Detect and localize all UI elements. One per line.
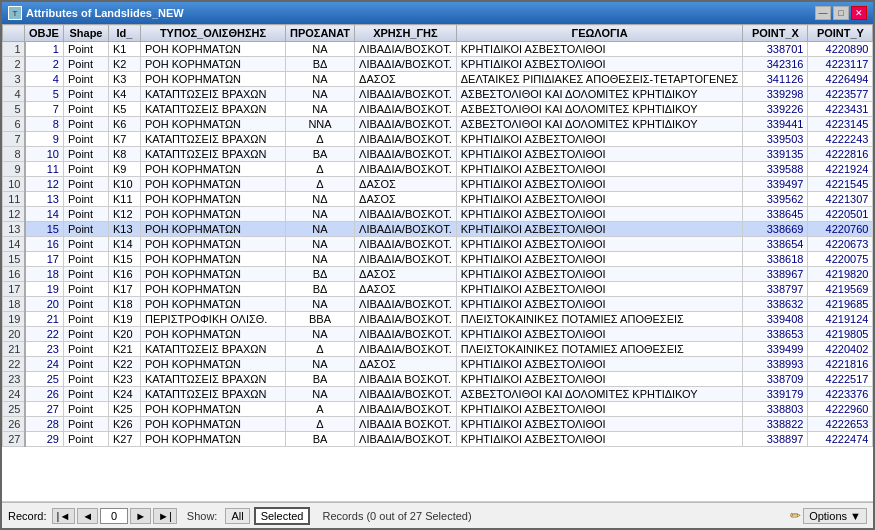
table-cell: ΛΙΒΑΔΙΑ/ΒΟΣΚΟΤ.	[355, 42, 457, 57]
table-cell: Point	[63, 387, 108, 402]
first-record-button[interactable]: |◄	[52, 508, 76, 524]
table-cell: K9	[108, 162, 140, 177]
col-header-prosanatolismos[interactable]: ΠΡΟΣΑΝΑΤ	[285, 25, 354, 42]
last-record-button[interactable]: ►|	[153, 508, 177, 524]
col-header-point-y[interactable]: POINT_Y	[808, 25, 873, 42]
table-row[interactable]: 11PointK1ΡΟΗ ΚΟΡΗΜΑΤΩΝΝΑΛΙΒΑΔΙΑ/ΒΟΣΚΟΤ.Κ…	[3, 42, 873, 57]
table-cell: 2	[25, 57, 64, 72]
col-header-point-x[interactable]: POINT_X	[743, 25, 808, 42]
record-number-input[interactable]	[100, 508, 128, 524]
table-cell: Point	[63, 192, 108, 207]
table-row[interactable]: 1315PointK13ΡΟΗ ΚΟΡΗΜΑΤΩΝΝΑΛΙΒΑΔΙΑ/ΒΟΣΚΟ…	[3, 222, 873, 237]
table-cell: 4221924	[808, 162, 873, 177]
table-row[interactable]: 1113PointK11ΡΟΗ ΚΟΡΗΜΑΤΩΝΝΔΔΑΣΟΣΚΡΗΤΙΔΙΚ…	[3, 192, 873, 207]
minimize-button[interactable]: —	[815, 6, 831, 20]
table-row[interactable]: 68PointK6ΡΟΗ ΚΟΡΗΜΑΤΩΝNNAΛΙΒΑΔΙΑ/ΒΟΣΚΟΤ.…	[3, 117, 873, 132]
table-row[interactable]: 1921PointK19ΠΕΡΙΣΤΡΟΦΙΚΗ ΟΛΙΣΘ.ΒΒΑΛΙΒΑΔΙ…	[3, 312, 873, 327]
table-cell: ΑΣΒΕΣΤΟΛΙΘΟΙ ΚΑΙ ΔΟΛΟΜΙΤΕΣ ΚΡΗΤΙΔΙΚΟΥ	[456, 87, 743, 102]
table-cell: ΡΟΗ ΚΟΡΗΜΑΤΩΝ	[140, 117, 285, 132]
col-header-geologia[interactable]: ΓΕΩΛΟΓΙΑ	[456, 25, 743, 42]
table-row[interactable]: 911PointK9ΡΟΗ ΚΟΡΗΜΑΤΩΝΔΛΙΒΑΔΙΑ/ΒΟΣΚΟΤ.Κ…	[3, 162, 873, 177]
options-button[interactable]: Options ▼	[803, 508, 867, 524]
table-cell: ΒΑ	[285, 372, 354, 387]
table-cell: K19	[108, 312, 140, 327]
maximize-button[interactable]: □	[833, 6, 849, 20]
table-cell: 4220075	[808, 252, 873, 267]
show-all-button[interactable]: All	[225, 508, 249, 524]
table-cell: 1	[25, 42, 64, 57]
table-cell: 28	[25, 417, 64, 432]
table-cell: 8	[3, 147, 25, 162]
table-cell: Point	[63, 372, 108, 387]
table-row[interactable]: 1719PointK17ΡΟΗ ΚΟΡΗΜΑΤΩΝΒΔΔΑΣΟΣΚΡΗΤΙΔΙΚ…	[3, 282, 873, 297]
table-cell: ΡΟΗ ΚΟΡΗΜΑΤΩΝ	[140, 222, 285, 237]
table-row[interactable]: 2022PointK20ΡΟΗ ΚΟΡΗΜΑΤΩΝΝΑΛΙΒΑΔΙΑ/ΒΟΣΚΟ…	[3, 327, 873, 342]
table-cell: 338803	[743, 402, 808, 417]
table-cell: Point	[63, 357, 108, 372]
table-cell: ΛΙΒΑΔΙΑ/ΒΟΣΚΟΤ.	[355, 312, 457, 327]
table-cell: ΛΙΒΑΔΙΑ/ΒΟΣΚΟΤ.	[355, 57, 457, 72]
table-cell: ΒΑ	[285, 147, 354, 162]
table-row[interactable]: 22PointK2ΡΟΗ ΚΟΡΗΜΑΤΩΝΒΔΛΙΒΑΔΙΑ/ΒΟΣΚΟΤ.Κ…	[3, 57, 873, 72]
close-button[interactable]: ✕	[851, 6, 867, 20]
table-cell: ΡΟΗ ΚΟΡΗΜΑΤΩΝ	[140, 417, 285, 432]
show-selected-button[interactable]: Selected	[254, 507, 311, 525]
table-row[interactable]: 2325PointK23ΚΑΤΑΠΤΩΣΕΙΣ ΒΡΑΧΩΝΒΑΛΙΒΑΔΙΑ …	[3, 372, 873, 387]
table-row[interactable]: 1012PointK10ΡΟΗ ΚΟΡΗΜΑΤΩΝΔΔΑΣΟΣΚΡΗΤΙΔΙΚΟ…	[3, 177, 873, 192]
table-cell: 24	[25, 357, 64, 372]
table-cell: K22	[108, 357, 140, 372]
table-cell: Point	[63, 312, 108, 327]
table-cell: ΚΡΗΤΙΔΙΚΟΙ ΑΣΒΕΣΤΟΛΙΘΟΙ	[456, 132, 743, 147]
table-cell: ΑΣΒΕΣΤΟΛΙΘΟΙ ΚΑΙ ΔΟΛΟΜΙΤΕΣ ΚΡΗΤΙΔΙΚΟΥ	[456, 387, 743, 402]
table-cell: 23	[3, 372, 25, 387]
options-dropdown-icon: ▼	[850, 510, 861, 522]
table-cell: ΒΒΑ	[285, 312, 354, 327]
table-cell: ΡΟΗ ΚΟΡΗΜΑΤΩΝ	[140, 432, 285, 447]
record-label: Record:	[8, 510, 47, 522]
col-header-xrisi[interactable]: ΧΡΗΣΗ_ΓΗΣ	[355, 25, 457, 42]
table-row[interactable]: 1618PointK16ΡΟΗ ΚΟΡΗΜΑΤΩΝΒΔΔΑΣΟΣΚΡΗΤΙΔΙΚ…	[3, 267, 873, 282]
table-row[interactable]: 57PointK5ΚΑΤΑΠΤΩΣΕΙΣ ΒΡΑΧΩΝΝΑΛΙΒΑΔΙΑ/ΒΟΣ…	[3, 102, 873, 117]
table-cell: 4221307	[808, 192, 873, 207]
table-cell: Δ	[285, 132, 354, 147]
table-row[interactable]: 2729PointK27ΡΟΗ ΚΟΡΗΜΑΤΩΝΒΑΛΙΒΑΔΙΑ/ΒΟΣΚΟ…	[3, 432, 873, 447]
table-cell: 27	[3, 432, 25, 447]
table-row[interactable]: 34PointK3ΡΟΗ ΚΟΡΗΜΑΤΩΝΝΑΔΑΣΟΣΔΕΛΤΑΙΚΕΣ Ρ…	[3, 72, 873, 87]
table-row[interactable]: 45PointK4ΚΑΤΑΠΤΩΣΕΙΣ ΒΡΑΧΩΝΝΑΛΙΒΑΔΙΑ/ΒΟΣ…	[3, 87, 873, 102]
table-cell: 4222960	[808, 402, 873, 417]
table-cell: ΝΑ	[285, 72, 354, 87]
table-row[interactable]: 2224PointK22ΡΟΗ ΚΟΡΗΜΑΤΩΝΝΑΔΑΣΟΣΚΡΗΤΙΔΙΚ…	[3, 357, 873, 372]
table-cell: ΛΙΒΑΔΙΑ/ΒΟΣΚΟΤ.	[355, 342, 457, 357]
table-cell: 5	[3, 102, 25, 117]
table-cell: ΚΡΗΤΙΔΙΚΟΙ ΑΣΒΕΣΤΟΛΙΘΟΙ	[456, 417, 743, 432]
table-row[interactable]: 1517PointK15ΡΟΗ ΚΟΡΗΜΑΤΩΝΝΑΛΙΒΑΔΙΑ/ΒΟΣΚΟ…	[3, 252, 873, 267]
table-row[interactable]: 2628PointK26ΡΟΗ ΚΟΡΗΜΑΤΩΝΔΛΙΒΑΔΙΑ ΒΟΣΚΟΤ…	[3, 417, 873, 432]
col-header-typos[interactable]: ΤΥΠΟΣ_ΟΛΙΣΘΗΣΗΣ	[140, 25, 285, 42]
table-row[interactable]: 2123PointK21ΚΑΤΑΠΤΩΣΕΙΣ ΒΡΑΧΩΝΔΛΙΒΑΔΙΑ/Β…	[3, 342, 873, 357]
table-cell: 338993	[743, 357, 808, 372]
table-row[interactable]: 2426PointK24ΚΑΤΑΠΤΩΣΕΙΣ ΒΡΑΧΩΝΝΑΛΙΒΑΔΙΑ/…	[3, 387, 873, 402]
col-header-id[interactable]: Id_	[108, 25, 140, 42]
col-header-shape[interactable]: Shape	[63, 25, 108, 42]
table-cell: 4221816	[808, 357, 873, 372]
table-cell: ΚΡΗΤΙΔΙΚΟΙ ΑΣΒΕΣΤΟΛΙΘΟΙ	[456, 432, 743, 447]
next-record-button[interactable]: ►	[130, 508, 151, 524]
table-cell: 9	[25, 132, 64, 147]
prev-record-button[interactable]: ◄	[77, 508, 98, 524]
table-cell: ΛΙΒΑΔΙΑ/ΒΟΣΚΟΤ.	[355, 297, 457, 312]
table-cell: 9	[3, 162, 25, 177]
col-header-objfe[interactable]: OBJE	[25, 25, 64, 42]
table-cell: 19	[3, 312, 25, 327]
table-cell: Δ	[285, 177, 354, 192]
table-row[interactable]: 1214PointK12ΡΟΗ ΚΟΡΗΜΑΤΩΝΝΑΛΙΒΑΔΙΑ/ΒΟΣΚΟ…	[3, 207, 873, 222]
table-row[interactable]: 1820PointK18ΡΟΗ ΚΟΡΗΜΑΤΩΝΝΑΛΙΒΑΔΙΑ/ΒΟΣΚΟ…	[3, 297, 873, 312]
table-row[interactable]: 1416PointK14ΡΟΗ ΚΟΡΗΜΑΤΩΝΝΑΛΙΒΑΔΙΑ/ΒΟΣΚΟ…	[3, 237, 873, 252]
table-row[interactable]: 79PointK7ΚΑΤΑΠΤΩΣΕΙΣ ΒΡΑΧΩΝΔΛΙΒΑΔΙΑ/ΒΟΣΚ…	[3, 132, 873, 147]
table-row[interactable]: 2527PointK25ΡΟΗ ΚΟΡΗΜΑΤΩΝΑΛΙΒΑΔΙΑ/ΒΟΣΚΟΤ…	[3, 402, 873, 417]
table-cell: ΡΟΗ ΚΟΡΗΜΑΤΩΝ	[140, 192, 285, 207]
table-cell: 7	[25, 102, 64, 117]
table-row[interactable]: 810PointK8ΚΑΤΑΠΤΩΣΕΙΣ ΒΡΑΧΩΝΒΑΛΙΒΑΔΙΑ/ΒΟ…	[3, 147, 873, 162]
table-cell: K15	[108, 252, 140, 267]
table-cell: K3	[108, 72, 140, 87]
table-cell: 1	[3, 42, 25, 57]
